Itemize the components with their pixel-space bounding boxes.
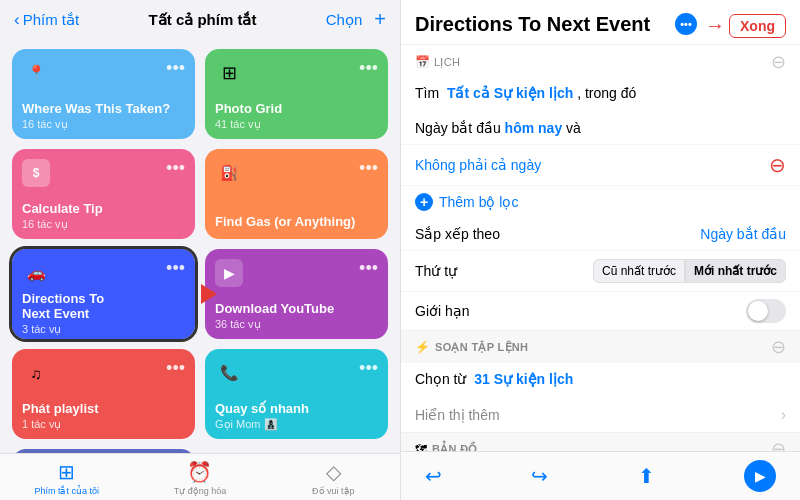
- remove-filter-button[interactable]: ⊖: [769, 153, 786, 177]
- lich-section-close[interactable]: ⊖: [771, 51, 786, 73]
- bottom-nav-label: Phím tắt của tôi: [34, 486, 99, 496]
- scripting-badge-label: SOẠN TẬP LỆNH: [435, 341, 528, 354]
- card-menu-dots[interactable]: •••: [359, 259, 378, 277]
- shortcut-card-quay-so-nhanh[interactable]: 📞 ••• Quay số nhanh Gọi Mom 👩‍👦‍👦: [205, 349, 388, 439]
- add-shortcut-button[interactable]: +: [374, 8, 386, 31]
- right-header: Directions To Next Event ••• → Xong: [401, 0, 800, 45]
- add-filter-row[interactable]: + Thêm bộ lọc: [401, 186, 800, 218]
- card-icon: ▶: [215, 259, 243, 287]
- nav-back-button[interactable]: ‹ Phím tắt: [14, 10, 79, 30]
- find-events-text: Tìm Tất cả Sự kiện lịch , trong đó: [415, 85, 636, 101]
- find-events-row: Tìm Tất cả Sự kiện lịch , trong đó: [401, 77, 800, 112]
- start-date-row: Ngày bắt đầu hôm nay và: [401, 112, 800, 145]
- order-row: Thứ tự Cũ nhất trước Mới nhất trước: [401, 251, 800, 292]
- ban-do-section: 🗺 BẢN ĐỒ ⊖ Hiển thị chỉ đường Lái xe từ …: [401, 433, 800, 451]
- right-content: 📅 LỊCH ⊖ Tìm Tất cả Sự kiện lịch , trong…: [401, 45, 800, 451]
- shortcut-card-where-was-this-taken[interactable]: 📍 ••• Where Was This Taken? 16 tác vụ: [12, 49, 195, 139]
- choose-events-row: Chọn từ 31 Sự kiện lịch: [401, 363, 800, 398]
- bottom-nav-tu-dong[interactable]: ⏰ Tự động hóa: [133, 454, 266, 500]
- events-count-button[interactable]: 31 Sự kiện lịch: [474, 371, 573, 387]
- card-icon: $: [22, 159, 50, 187]
- right-bottom-bar: ↩ ↪ ⬆ ▶: [401, 451, 800, 500]
- card-menu-dots[interactable]: •••: [359, 159, 378, 177]
- start-date-label: Ngày bắt đầu hôm nay và: [415, 120, 581, 136]
- shortcut-card-vi-tri[interactable]: ◈ ••• Vị trí: [12, 449, 195, 453]
- shortcut-card-photo-grid[interactable]: ⊞ ••• Photo Grid 41 tác vụ: [205, 49, 388, 139]
- card-title: Find Gas (or Anything): [215, 214, 378, 229]
- shortcut-card-directions-next-event[interactable]: 🚗 ••• Directions ToNext Event 3 tác vụ: [12, 249, 195, 339]
- card-icon: 🚗: [22, 259, 50, 287]
- card-menu-dots[interactable]: •••: [166, 59, 185, 77]
- bottom-nav: ⊞ Phím tắt của tôi ⏰ Tự động hóa ◇ Đố vu…: [0, 453, 400, 500]
- shortcut-card-find-gas[interactable]: ⛽ ••• Find Gas (or Anything): [205, 149, 388, 239]
- show-more-label: Hiển thị thêm: [415, 407, 500, 423]
- scripting-section-close[interactable]: ⊖: [771, 336, 786, 358]
- card-title: Download YouTube: [215, 301, 378, 316]
- undo-icon[interactable]: ↩: [425, 464, 442, 488]
- gallery-icon: ◇: [326, 460, 341, 484]
- nav-actions: Chọn +: [326, 8, 386, 31]
- show-more-row[interactable]: Hiển thị thêm ›: [401, 398, 800, 432]
- card-menu-dots[interactable]: •••: [166, 159, 185, 177]
- not-all-day-label: Không phải cả ngày: [415, 157, 541, 173]
- card-menu-dots[interactable]: •••: [166, 259, 185, 277]
- automation-icon: ⏰: [187, 460, 212, 484]
- card-subtitle: 1 tác vụ: [22, 418, 185, 431]
- share-icon[interactable]: ⬆: [638, 464, 655, 488]
- chon-button[interactable]: Chọn: [326, 11, 363, 29]
- card-subtitle: 16 tác vụ: [22, 118, 185, 131]
- card-title: Phát playlist: [22, 401, 185, 416]
- card-icon: ⊞: [215, 59, 243, 87]
- add-filter-label[interactable]: Thêm bộ lọc: [439, 194, 518, 210]
- soan-tap-lenh-section: ⚡ SOẠN TẬP LỆNH ⊖ Chọn từ 31 Sự kiện lịc…: [401, 331, 800, 433]
- toggle-thumb: [748, 301, 768, 321]
- card-icon: ♫: [22, 359, 50, 387]
- card-subtitle: 41 tác vụ: [215, 118, 378, 131]
- card-icon: 📞: [215, 359, 243, 387]
- card-icon: ⛽: [215, 159, 243, 187]
- right-panel-title: Directions To Next Event: [415, 12, 669, 36]
- choose-events-text: Chọn từ 31 Sự kiện lịch: [415, 371, 573, 387]
- card-menu-dots[interactable]: •••: [359, 59, 378, 77]
- xong-button[interactable]: Xong: [729, 14, 786, 38]
- oldest-first-button[interactable]: Cũ nhất trước: [593, 259, 685, 283]
- card-icon: 📍: [22, 59, 50, 87]
- right-title-row: Directions To Next Event •••: [415, 12, 697, 36]
- limit-label: Giới hạn: [415, 303, 470, 319]
- card-title: Directions ToNext Event: [22, 291, 185, 321]
- nav-back-label: Phím tắt: [23, 11, 80, 29]
- shortcut-card-calculate-tip[interactable]: $ ••• Calculate Tip 16 tác vụ: [12, 149, 195, 239]
- sort-value-button[interactable]: Ngày bắt đầu: [700, 226, 786, 242]
- run-shortcut-button[interactable]: ▶: [744, 460, 776, 492]
- sort-row: Sắp xếp theo Ngày bắt đầu: [401, 218, 800, 251]
- map-icon: 🗺: [415, 442, 427, 451]
- order-label: Thứ tự: [415, 263, 457, 279]
- card-title: Photo Grid: [215, 101, 378, 116]
- chevron-right-icon: ›: [781, 406, 786, 424]
- limit-toggle[interactable]: [746, 299, 786, 323]
- shortcuts-grid: 📍 ••• Where Was This Taken? 16 tác vụ ⊞ …: [0, 39, 400, 453]
- left-panel: ‹ Phím tắt Tất cả phím tắt Chọn + 📍 ••• …: [0, 0, 400, 500]
- nav-title: Tất cả phím tắt: [149, 11, 257, 29]
- newest-first-button[interactable]: Mới nhất trước: [685, 259, 786, 283]
- all-calendars-button[interactable]: Tất cả Sự kiện lịch: [447, 85, 573, 101]
- arrow-right-icon: →: [705, 14, 725, 37]
- shortcut-info-icon[interactable]: •••: [675, 13, 697, 35]
- shortcut-card-download-youtube[interactable]: ▶ ••• Download YouTube 36 tác vụ: [205, 249, 388, 339]
- ban-do-section-close[interactable]: ⊖: [771, 438, 786, 451]
- shortcut-card-phat-playlist[interactable]: ♫ ••• Phát playlist 1 tác vụ: [12, 349, 195, 439]
- start-date-value[interactable]: hôm nay: [505, 120, 563, 136]
- lich-section-header: 📅 LỊCH ⊖: [401, 45, 800, 77]
- lich-badge-label: LỊCH: [434, 56, 460, 69]
- shortcuts-icon: ⊞: [58, 460, 75, 484]
- bottom-nav-do-vui-tap[interactable]: ◇ Đố vui tập: [267, 454, 400, 500]
- not-all-day-value[interactable]: Không phải cả ngày: [415, 157, 541, 173]
- card-menu-dots[interactable]: •••: [359, 359, 378, 377]
- redo-icon[interactable]: ↪: [531, 464, 548, 488]
- card-title: Where Was This Taken?: [22, 101, 185, 116]
- card-menu-dots[interactable]: •••: [166, 359, 185, 377]
- card-subtitle: 16 tác vụ: [22, 218, 185, 231]
- right-panel: Directions To Next Event ••• → Xong 📅 LỊ…: [400, 0, 800, 500]
- bottom-nav-phim-tat[interactable]: ⊞ Phím tắt của tôi: [0, 454, 133, 500]
- scripting-icon: ⚡: [415, 340, 430, 354]
